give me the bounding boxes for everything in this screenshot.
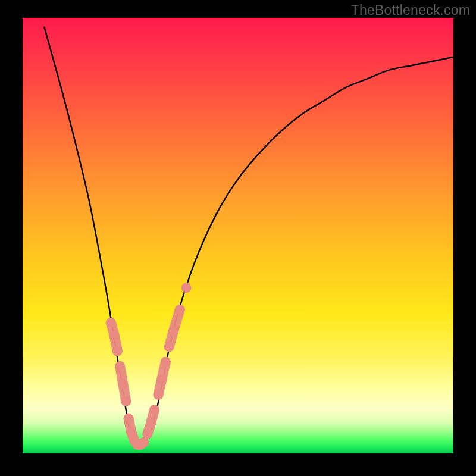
highlight-dot [126, 427, 136, 437]
highlight-dot [139, 437, 149, 447]
curve-layer [23, 18, 453, 453]
highlight-dot [149, 405, 159, 415]
highlight-dots [106, 283, 192, 450]
highlight-dot [156, 374, 167, 384]
highlight-dot [142, 429, 152, 439]
highlight-dot [175, 305, 185, 315]
bottleneck-curve [44, 27, 453, 447]
highlight-dot [146, 418, 156, 428]
highlight-dot [154, 390, 164, 400]
watermark-text: TheBottleneck.com [351, 2, 470, 18]
highlight-dot [106, 318, 116, 328]
chart-frame: TheBottleneck.com [0, 0, 476, 476]
plot-area [23, 18, 453, 453]
highlight-dot [121, 396, 131, 406]
highlight-dot [168, 327, 178, 337]
highlight-dot [161, 357, 171, 367]
highlight-dot [124, 414, 134, 424]
highlight-dot [112, 346, 123, 356]
highlight-dot [115, 361, 125, 371]
highlight-dot [118, 378, 128, 389]
highlight-dot [181, 283, 192, 293]
highlight-dot [109, 331, 120, 341]
highlight-dot [164, 342, 174, 352]
